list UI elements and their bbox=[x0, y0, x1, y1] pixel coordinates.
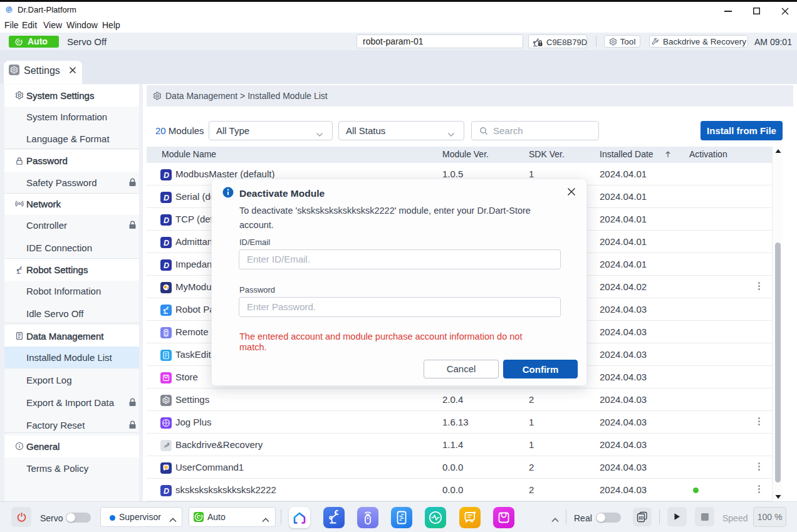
svg-text:D: D bbox=[164, 194, 169, 202]
svg-text:D: D bbox=[164, 239, 169, 248]
svg-text:3D: 3D bbox=[638, 516, 644, 520]
svg-text:D: D bbox=[164, 171, 169, 180]
svg-text:D: D bbox=[164, 487, 169, 496]
svg-text:D: D bbox=[164, 261, 169, 270]
svg-text:D: D bbox=[164, 216, 169, 225]
